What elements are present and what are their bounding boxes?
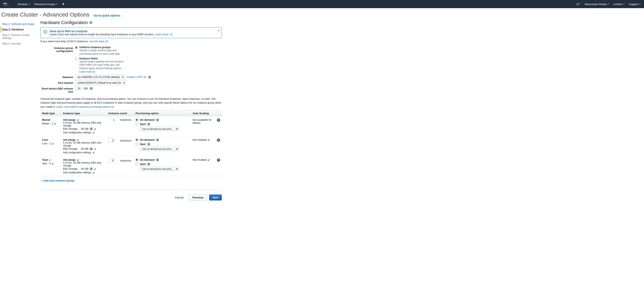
radio-spot[interactable] xyxy=(136,143,138,145)
info-icon[interactable]: i xyxy=(147,143,150,146)
ec2-limit-note: If you need more than 20 EC2 instances, … xyxy=(40,40,222,43)
info-icon xyxy=(44,29,47,36)
edit-icon[interactable] xyxy=(54,122,56,125)
edit-icon[interactable] xyxy=(77,158,79,161)
remove-icon[interactable] xyxy=(48,158,51,161)
purchase-on-demand[interactable]: On-demand i xyxy=(136,118,189,121)
add-task-group-link[interactable]: + Add task instance group xyxy=(41,179,74,182)
info-icon[interactable]: i xyxy=(147,163,150,166)
chevron-down-icon: ▼ xyxy=(623,3,625,5)
purchase-spot[interactable]: Spot i xyxy=(136,163,189,166)
fleets-learn-more-link[interactable]: Learn more xyxy=(80,70,95,73)
radio-fleets-input[interactable] xyxy=(75,57,78,60)
nav-support[interactable]: Support ▼ xyxy=(629,3,641,6)
spot-price-select[interactable]: Use on-demand as max price xyxy=(140,167,179,171)
help-icon[interactable]: ? xyxy=(217,138,220,142)
auto-scaling-status: Not available for Master xyxy=(193,118,212,124)
edit-icon[interactable] xyxy=(94,167,96,170)
info-icon[interactable]: i xyxy=(148,76,151,78)
edit-icon xyxy=(92,131,95,134)
instance-type-desc: 4 vCore, 16 GiB memory, EBS only storage xyxy=(63,161,105,167)
info-icon[interactable]: i xyxy=(90,21,92,24)
radio-on-demand[interactable] xyxy=(136,138,138,141)
purchase-on-demand[interactable]: On-demand i xyxy=(136,158,189,161)
info-icon[interactable]: i xyxy=(156,158,159,161)
edit-icon[interactable] xyxy=(208,138,210,141)
node-label: Task - 3 xyxy=(42,162,60,165)
svg-rect-2 xyxy=(45,31,46,32)
instance-groups-table: Node type Instance type Instance count P… xyxy=(40,110,222,176)
radio-spot[interactable] xyxy=(136,123,138,125)
instance-count-input[interactable] xyxy=(108,158,114,163)
info-icon[interactable]: i xyxy=(90,87,93,90)
add-config-settings[interactable]: Add configuration settings xyxy=(63,131,105,134)
ec2-limit-link[interactable]: see this topic xyxy=(89,40,108,43)
instance-count-input[interactable] xyxy=(108,138,114,143)
purchase-on-demand[interactable]: On-demand i xyxy=(136,138,189,141)
top-nav: aws Services ▼ Resource Groups ▼ Manmoha… xyxy=(0,0,644,8)
nav-region[interactable]: London ▼ xyxy=(613,3,624,6)
previous-button[interactable]: Previous xyxy=(189,195,207,201)
step-3: Step 3: General Cluster Settings xyxy=(1,32,37,41)
cancel-button[interactable]: Cancel xyxy=(172,195,187,200)
info-icon[interactable]: i xyxy=(90,167,93,170)
edit-icon[interactable] xyxy=(208,158,210,161)
purchase-spot[interactable]: Spot i xyxy=(136,123,189,126)
purchase-spot[interactable]: Spot i xyxy=(136,143,189,146)
radio-on-demand[interactable] xyxy=(136,158,138,161)
nav-user[interactable]: Manmohan Panda ▼ xyxy=(585,3,609,6)
edit-icon[interactable] xyxy=(52,142,54,145)
edit-icon[interactable] xyxy=(77,138,79,141)
close-icon[interactable]: × xyxy=(218,29,220,32)
th-node-type: Node type xyxy=(40,110,62,116)
wizard-steps: Step 1: Software and Steps Step 2: Hardw… xyxy=(0,20,39,209)
edit-icon[interactable] xyxy=(52,162,54,165)
separator xyxy=(40,190,222,190)
root-ebs-input[interactable] xyxy=(75,86,81,91)
auto-scaling-status: Not enabled xyxy=(193,138,207,141)
help-icon[interactable]: ? xyxy=(217,118,220,122)
add-config-settings[interactable]: Add configuration settings xyxy=(63,171,105,174)
purchasing-learn-more-link[interactable]: Learn more about instance purchasing opt… xyxy=(56,105,114,108)
radio-spot[interactable] xyxy=(136,163,138,165)
spot-price-select[interactable]: Use on-demand as max price xyxy=(140,147,179,151)
ebs-storage: EBS Storage: 64 GiB i xyxy=(63,167,105,170)
radio-on-demand[interactable] xyxy=(136,118,138,121)
add-config-settings[interactable]: Add configuration settings xyxy=(63,151,105,154)
wizard-footer: Cancel Previous Next xyxy=(40,193,222,209)
edit-icon[interactable] xyxy=(77,118,79,121)
external-link-icon xyxy=(93,70,95,74)
svg-text:aws: aws xyxy=(3,2,7,4)
edit-icon[interactable] xyxy=(94,127,96,130)
external-link-icon xyxy=(170,33,172,36)
nav-notifications[interactable] xyxy=(576,3,581,5)
info-icon[interactable]: i xyxy=(156,138,159,141)
nav-services[interactable]: Services ▼ xyxy=(18,3,30,6)
edit-icon xyxy=(92,151,95,154)
label-subnet: EC2 Subnet xyxy=(40,80,75,84)
info-icon[interactable]: i xyxy=(90,127,93,130)
svg-rect-3 xyxy=(45,31,46,31)
notification-badge xyxy=(580,3,581,4)
node-type-name: Master xyxy=(42,118,60,121)
edit-icon[interactable] xyxy=(94,147,96,150)
info-icon[interactable]: i xyxy=(156,118,159,121)
nav-resource-groups[interactable]: Resource Groups ▼ xyxy=(34,3,58,6)
info-learn-more-link[interactable]: Learn more. xyxy=(155,33,172,36)
section-title: Hardware Configuration i xyxy=(40,20,222,25)
radio-uniform-input[interactable] xyxy=(75,46,78,49)
subnet-select[interactable]: subnet-02f25e78 | Default in eu-west-2a xyxy=(75,80,126,85)
radio-uniform-groups[interactable]: Uniform instance groups Specify a single… xyxy=(75,46,161,56)
aws-logo[interactable]: aws xyxy=(3,2,14,6)
help-icon[interactable]: ? xyxy=(217,158,220,162)
spot-price-select[interactable]: Use on-demand as max price xyxy=(140,127,179,131)
network-select[interactable]: vpc-34bb255c (172.31.0.0/16) (default) xyxy=(75,75,124,79)
create-vpc-link[interactable]: Create a VPC xyxy=(126,75,146,78)
info-icon[interactable]: i xyxy=(147,123,150,126)
radio-instance-fleets[interactable]: Instance fleets Specify target capacity … xyxy=(75,57,161,74)
quick-options-link[interactable]: Go to quick options xyxy=(94,14,120,17)
nav-pin-icon[interactable] xyxy=(62,3,64,5)
info-icon[interactable]: i xyxy=(90,147,93,150)
step-1[interactable]: Step 1: Software and Steps xyxy=(1,21,37,27)
next-button[interactable]: Next xyxy=(209,195,222,201)
